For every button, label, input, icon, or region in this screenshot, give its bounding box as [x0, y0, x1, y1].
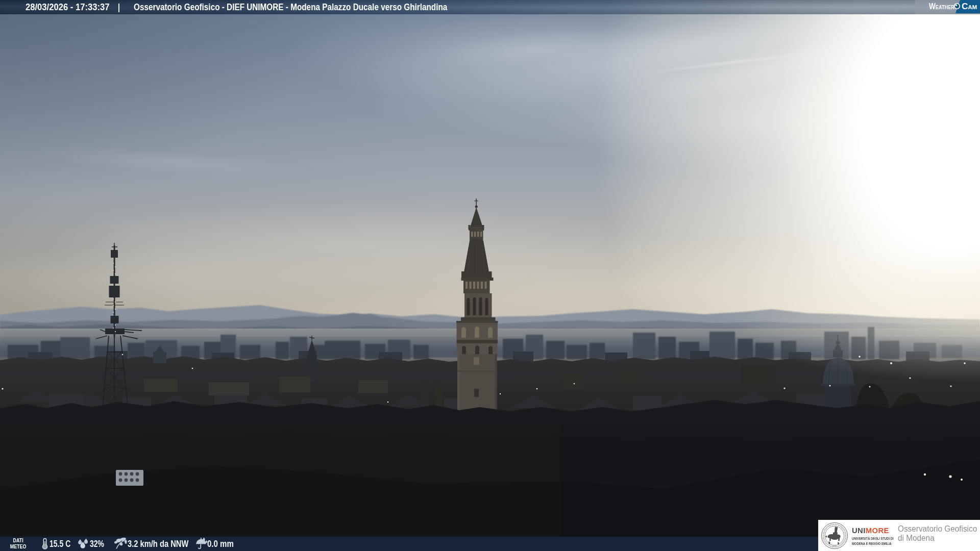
svg-text:1175: 1175 [832, 545, 837, 547]
